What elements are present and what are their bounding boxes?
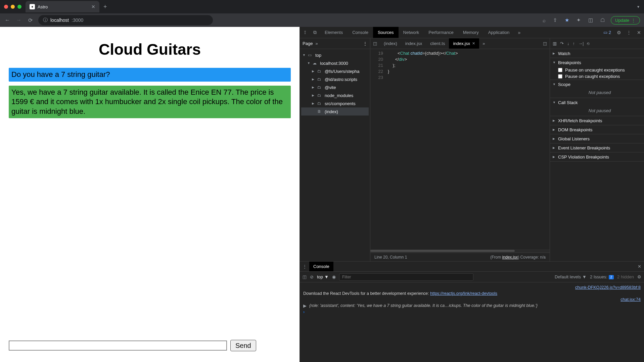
- settings-icon[interactable]: ⚙: [614, 30, 624, 35]
- step-icon[interactable]: →|: [578, 41, 584, 46]
- zoom-icon[interactable]: ⌕: [541, 17, 547, 23]
- watch-section[interactable]: ▶Watch: [550, 49, 644, 58]
- url-host: localhost: [50, 17, 69, 23]
- address-bar: ← → ⟳ ⓘ localhost:3000 ⌕ ⇪ ★ ✦ ◫ ☖ Updat…: [0, 13, 644, 27]
- editor-tab[interactable]: client.ts: [426, 38, 449, 49]
- toggle-navigator-icon[interactable]: ◫: [370, 41, 380, 46]
- tree-folder[interactable]: ▶🗀@id/astro:scripts: [301, 75, 369, 83]
- console-output[interactable]: chunk-DFKQJ226.js?v=d89583bf:8 Download …: [300, 282, 644, 362]
- console-source-link[interactable]: chat.jsx:74: [620, 297, 641, 302]
- status-source-link[interactable]: index.jsx: [502, 255, 518, 260]
- react-devtools-link[interactable]: https://reactjs.org/link/react-devtools: [430, 291, 497, 296]
- page-title: Cloud Guitars: [9, 40, 291, 58]
- device-toolbar-icon[interactable]: ⧉: [310, 30, 320, 35]
- code-editor[interactable]: 1920212223 <Chat chatId={chatId}></Chat>…: [370, 49, 550, 253]
- back-button[interactable]: ←: [4, 17, 11, 23]
- send-button[interactable]: Send: [230, 340, 256, 351]
- devtools-tab-console[interactable]: Console: [348, 27, 373, 38]
- console-prompt[interactable]: ›: [303, 309, 641, 315]
- file-tree[interactable]: ▼▭ top ▼☁ localhost:3000 ▶🗀@fs/Users/ste…: [300, 49, 370, 118]
- tree-origin[interactable]: ▼☁ localhost:3000: [301, 59, 369, 67]
- step-into-icon[interactable]: ↓: [567, 41, 569, 46]
- new-tab-button[interactable]: +: [99, 3, 111, 10]
- profile-icon[interactable]: ☖: [599, 17, 606, 23]
- dom-breakpoints-section[interactable]: ▶DOM Breakpoints: [550, 125, 644, 134]
- main-area: Cloud Guitars Do you have a 7 string gui…: [0, 27, 644, 362]
- tree-folder[interactable]: ▶🗀src/components: [301, 99, 369, 107]
- issues-indicator[interactable]: ▭ 2: [601, 30, 614, 35]
- step-over-icon[interactable]: ↷: [560, 41, 564, 46]
- browser-tab[interactable]: ✦ Astro ✕: [26, 1, 99, 12]
- tree-folder[interactable]: ▶🗀@vite: [301, 83, 369, 91]
- xhr-breakpoints-section[interactable]: ▶XHR/fetch Breakpoints: [550, 116, 644, 125]
- close-devtools-icon[interactable]: ✕: [634, 30, 644, 35]
- more-editor-tabs-icon[interactable]: »: [479, 41, 489, 46]
- url-field[interactable]: ⓘ localhost:3000: [38, 15, 213, 25]
- scope-section[interactable]: ▼Scope Not paused: [550, 80, 644, 98]
- kebab-icon[interactable]: ⋮: [624, 30, 634, 35]
- update-button[interactable]: Update⋮: [611, 16, 640, 25]
- close-tab-icon[interactable]: ✕: [91, 4, 95, 9]
- drawer-tab-console[interactable]: Console: [309, 262, 333, 271]
- devtools-tab-application[interactable]: Application: [484, 27, 514, 38]
- tab-overflow-icon[interactable]: ▾: [633, 4, 644, 9]
- clear-console-icon[interactable]: ⊘: [310, 274, 314, 279]
- expand-icon[interactable]: ▶: [303, 303, 307, 308]
- fullscreen-window-icon[interactable]: [17, 5, 21, 9]
- editor-tabs: ◫ (index)index.jsxclient.tsindex.jsx✕ » …: [370, 38, 550, 49]
- devtools-tab-sources[interactable]: Sources: [373, 27, 399, 38]
- editor-tab[interactable]: index.jsx: [401, 38, 426, 49]
- devtools-tab-memory[interactable]: Memory: [458, 27, 484, 38]
- event-listener-bp-section[interactable]: ▶Event Listener Breakpoints: [550, 143, 644, 152]
- bookmark-icon[interactable]: ★: [563, 17, 570, 23]
- navigator-tab-page[interactable]: Page: [303, 41, 313, 46]
- close-editor-tab-icon[interactable]: ✕: [472, 41, 475, 46]
- drawer-menu-icon[interactable]: ⋮: [300, 264, 309, 269]
- console-source-link[interactable]: chunk-DFKQJ226.js?v=d89583bf:8: [575, 285, 641, 290]
- more-tabs-icon[interactable]: »: [514, 30, 524, 35]
- toggle-sidebar-console-icon[interactable]: ◫: [303, 274, 307, 279]
- more-nav-icon[interactable]: »: [313, 41, 318, 46]
- editor-tab[interactable]: (index): [380, 38, 401, 49]
- chat-input[interactable]: [9, 341, 227, 351]
- hidden-count[interactable]: 2 hidden: [617, 274, 634, 279]
- context-selector[interactable]: top▼: [317, 274, 329, 279]
- tree-top[interactable]: ▼▭ top: [301, 51, 369, 59]
- csp-bp-section[interactable]: ▶CSP Violation Breakpoints: [550, 152, 644, 162]
- window-controls[interactable]: [4, 5, 21, 9]
- site-info-icon[interactable]: ⓘ: [43, 17, 48, 23]
- navigator-menu-icon[interactable]: ⋮: [363, 41, 367, 46]
- editor-scrollbar[interactable]: [370, 249, 550, 253]
- pause-uncaught-checkbox[interactable]: Pause on uncaught exceptions: [550, 67, 644, 73]
- close-drawer-icon[interactable]: ✕: [635, 264, 644, 269]
- minimize-window-icon[interactable]: [11, 5, 15, 9]
- live-expression-icon[interactable]: ◉: [332, 274, 336, 279]
- tree-file-index[interactable]: 🗎 (index): [301, 107, 369, 116]
- tree-folder[interactable]: ▶🗀@fs/Users/stepha: [301, 67, 369, 75]
- console-object[interactable]: {role: 'assistant', content: 'Yes, we ha…: [309, 303, 538, 308]
- close-window-icon[interactable]: [4, 5, 8, 9]
- toggle-sidebar-icon[interactable]: ◫: [540, 41, 550, 46]
- breakpoints-section[interactable]: ▼Breakpoints Pause on uncaught exception…: [550, 58, 644, 80]
- extensions-icon[interactable]: ✦: [575, 17, 582, 23]
- reload-button[interactable]: ⟳: [27, 17, 34, 24]
- sidepanel-icon[interactable]: ◫: [587, 17, 594, 23]
- console-filter-input[interactable]: [339, 273, 473, 281]
- pause-icon[interactable]: ▥: [553, 41, 557, 46]
- log-levels-selector[interactable]: Default levels▼: [555, 274, 587, 279]
- devtools-tab-network[interactable]: Network: [399, 27, 424, 38]
- pause-caught-checkbox[interactable]: Pause on caught exceptions: [550, 73, 644, 80]
- editor-tab[interactable]: index.jsx✕: [449, 38, 479, 49]
- share-icon[interactable]: ⇪: [552, 17, 559, 23]
- inspect-icon[interactable]: ⟟: [300, 30, 310, 35]
- devtools-tab-elements[interactable]: Elements: [320, 27, 348, 38]
- step-out-icon[interactable]: ↑: [573, 41, 575, 46]
- global-listeners-section[interactable]: ▶Global Listeners: [550, 134, 644, 143]
- devtools-tab-performance[interactable]: Performance: [424, 27, 458, 38]
- console-settings-icon[interactable]: ⚙: [637, 274, 641, 279]
- tree-folder[interactable]: ▶🗀node_modules: [301, 91, 369, 99]
- devtools-body: Page » ⋮ ▼▭ top ▼☁ localhost:3000 ▶🗀@fs/…: [300, 38, 644, 261]
- callstack-section[interactable]: ▼Call Stack Not paused: [550, 98, 644, 116]
- deactivate-bp-icon[interactable]: ⎋: [587, 41, 590, 46]
- issues-link[interactable]: 2 Issues: 2: [590, 274, 614, 279]
